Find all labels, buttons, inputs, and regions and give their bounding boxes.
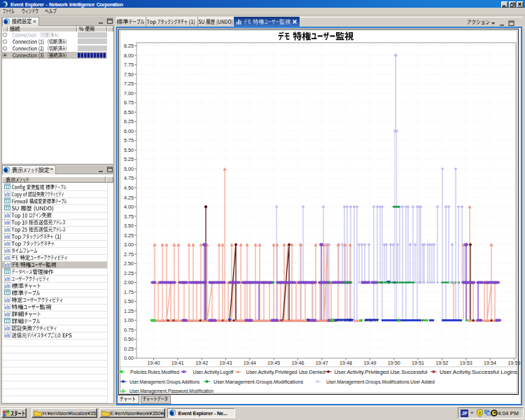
svg-text:19:41: 19:41 [172,360,184,366]
svg-text:19:45: 19:45 [267,360,280,366]
svg-text:2.75: 2.75 [124,251,134,258]
svg-text:User.Management.Groups.Modific: User.Management.Groups.Modifications.Use… [326,379,435,385]
svg-text:19:50: 19:50 [388,360,400,366]
svg-text:1.00: 1.00 [124,317,134,323]
svg-text:19:42: 19:42 [195,360,208,366]
svg-text:6.00: 6.00 [124,128,134,134]
svg-text:19:53: 19:53 [460,360,472,366]
svg-text:19:44: 19:44 [244,360,256,366]
svg-text:19:54: 19:54 [484,360,496,366]
svg-text:6.25: 6.25 [124,118,134,125]
svg-text:User.Activity.Privileged.Use.S: User.Activity.Privileged.Use.Successful [335,369,428,375]
svg-text:4.75: 4.75 [124,175,134,181]
svg-text:User.Management.Groups.Modific: User.Management.Groups.Modifications [214,379,303,385]
svg-text:4.00: 4.00 [124,204,134,210]
svg-text:!: ! [479,410,481,416]
svg-text:8.25: 8.25 [124,43,134,49]
svg-text:2.25: 2.25 [124,270,134,276]
svg-text:User.Management.Groups.Additio: User.Management.Groups.Additions [130,379,200,385]
svg-text:User.Activity.Successful Login: User.Activity.Successful Logins [440,369,517,375]
svg-text:0.00: 0.00 [124,355,134,361]
svg-text:3.50: 3.50 [124,223,134,229]
svg-text:19:51: 19:51 [412,360,424,366]
svg-text:3.75: 3.75 [124,214,134,220]
svg-text:User.Activity.Logoff: User.Activity.Logoff [193,369,234,375]
svg-text:4.50: 4.50 [124,185,134,191]
svg-text:19:48: 19:48 [340,360,352,366]
svg-text:1.25: 1.25 [124,308,134,314]
svg-text:6.50: 6.50 [124,109,134,115]
svg-text:5.00: 5.00 [124,166,134,172]
svg-text:7.50: 7.50 [124,71,134,78]
svg-text:1.50: 1.50 [124,298,134,304]
svg-text:2.00: 2.00 [124,279,134,286]
svg-text:0.75: 0.75 [124,327,134,333]
svg-text:19:55: 19:55 [507,360,520,366]
svg-text:8.00: 8.00 [124,52,134,59]
svg-text:5.25: 5.25 [124,156,134,162]
svg-text:5.50: 5.50 [124,147,134,153]
svg-text:Policies.Rules.Modified: Policies.Rules.Modified [130,369,179,375]
svg-text:7.00: 7.00 [124,90,134,97]
svg-text:19:46: 19:46 [292,360,304,366]
svg-text:19:43: 19:43 [220,360,232,366]
svg-text:6.75: 6.75 [124,99,134,106]
svg-text:User.Management.Password.Modif: User.Management.Password.Modification [130,388,214,394]
svg-text:0.50: 0.50 [124,336,134,342]
svg-text:User.Activity.Privileged Use.D: User.Activity.Privileged Use.Denied [246,369,326,375]
svg-text:19:49: 19:49 [364,360,377,366]
svg-text:4.25: 4.25 [124,195,134,201]
svg-text:7.75: 7.75 [124,62,134,68]
svg-text:19:52: 19:52 [436,360,449,366]
svg-text:0.25: 0.25 [124,346,134,352]
svg-text:3.25: 3.25 [124,232,134,239]
svg-text:19:47: 19:47 [316,360,328,366]
svg-text:7.25: 7.25 [124,80,134,87]
svg-text:1.75: 1.75 [124,289,134,295]
svg-text:5.75: 5.75 [124,137,134,144]
svg-text:3.00: 3.00 [124,241,134,248]
svg-text:19:40: 19:40 [148,360,160,366]
svg-text:2.50: 2.50 [124,260,134,267]
